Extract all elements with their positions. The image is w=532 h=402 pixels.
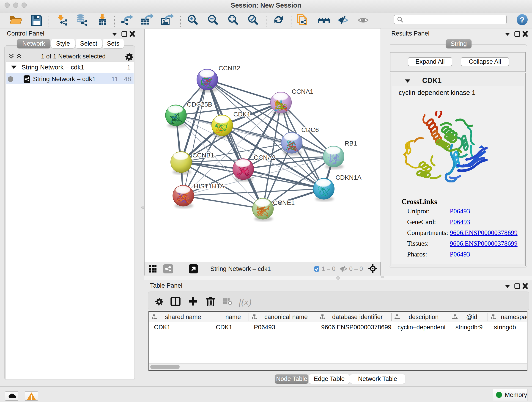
svg-text:?: ? [520, 15, 525, 24]
svg-text:CCNB2: CCNB2 [219, 65, 240, 72]
svg-text:CCNA2: CCNA2 [254, 154, 276, 161]
svg-text:HIST1H1A: HIST1H1A [194, 183, 225, 190]
svg-text:CCNE1: CCNE1 [273, 199, 295, 206]
svg-text:RB1: RB1 [345, 140, 357, 147]
svg-text:CCNB1: CCNB1 [192, 152, 214, 159]
svg-text:CDC25B: CDC25B [187, 101, 212, 108]
svg-text:CDKN1A: CDKN1A [336, 174, 361, 181]
svg-text:CDC6: CDC6 [301, 126, 319, 133]
svg-text:CDK1: CDK1 [234, 111, 251, 118]
svg-text:CCNA1: CCNA1 [292, 88, 313, 95]
